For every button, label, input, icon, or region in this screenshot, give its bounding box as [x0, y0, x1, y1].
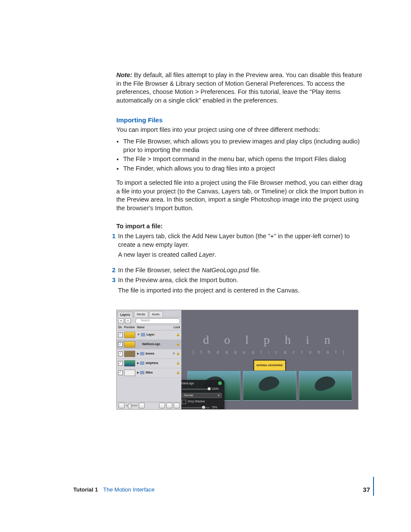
hud-blend-select[interactable]: Normal▾: [182, 393, 222, 398]
bullet-item: The File > Import command in the menu ba…: [123, 155, 364, 164]
layers-toolbar: + − Search: [117, 317, 181, 325]
layer-row[interactable]: ▶ dolphins 🔒: [117, 359, 181, 368]
layer-name: titles: [146, 370, 176, 374]
hud-opacity-slider[interactable]: [182, 389, 210, 390]
note-paragraph: Note: By default, all files attempt to p…: [116, 71, 364, 105]
chevron-right-icon[interactable]: ▶: [137, 370, 139, 374]
app-screenshot: Layers Media Audio + − Search On Preview…: [116, 310, 358, 410]
lock-icon[interactable]: 🔒: [176, 342, 180, 346]
hud-title-text: Image: NatGeoLogo: [181, 381, 194, 385]
lock-icon[interactable]: 🔒: [176, 370, 180, 374]
bottom-button[interactable]: [118, 403, 125, 408]
tab-layers[interactable]: Layers: [117, 311, 133, 317]
step-body: In the File Browser, select the NatGeoLo…: [118, 266, 364, 275]
hud-dropshadow-label: Drop Shadow: [188, 400, 205, 404]
step-number: 2: [108, 266, 118, 274]
footer-rule: [373, 477, 374, 496]
step-body: In the Preview area, click the Import bu…: [118, 277, 238, 283]
add-layer-button[interactable]: +: [118, 318, 124, 324]
layer-row[interactable]: ▶ boxes ✳ 🔒: [117, 349, 181, 359]
chevron-down-icon: ▾: [218, 393, 220, 398]
step-body: In the Layers tab, click the Add New Lay…: [118, 233, 350, 248]
bullet-item: The File Browser, which allows you to pr…: [123, 137, 364, 154]
steps-heading: To import a file:: [116, 222, 364, 231]
col-preview: Preview: [124, 326, 137, 330]
layer-name: Layer: [146, 333, 176, 336]
bottom-button[interactable]: [159, 403, 165, 408]
lock-icon[interactable]: 🔒: [176, 361, 180, 365]
dolphin-frame: [243, 370, 296, 401]
canvas-watermark: d o l p h i n [ t h e a q u a t i c a c …: [181, 332, 358, 355]
canvas-subtitle: [ t h e a q u a t i c a c r o b a t ]: [181, 349, 358, 355]
step-number: 1: [108, 232, 118, 240]
column-headers: On Preview Name Lock: [117, 325, 181, 330]
layer-checkbox[interactable]: [118, 370, 123, 375]
layer-checkbox[interactable]: [118, 333, 123, 337]
step-number: 3: [108, 276, 118, 284]
tab-audio[interactable]: Audio: [149, 311, 163, 317]
col-name: Name: [137, 326, 171, 330]
page-footer: Tutorial 1 The Motion Interface 37: [73, 485, 370, 494]
zoom-slider[interactable]: [126, 405, 137, 406]
chevron-right-icon[interactable]: ▶: [137, 352, 139, 355]
section-heading-importing: Importing Files: [116, 116, 364, 124]
footer-tutorial-label: Tutorial 1: [73, 486, 98, 494]
step-followup: A new layer is created called Layer.: [118, 251, 364, 259]
col-lock: Lock: [171, 326, 180, 330]
bottom-button[interactable]: [174, 403, 180, 408]
layer-name: boxes: [146, 352, 171, 355]
gear-icon[interactable]: ✳: [171, 352, 176, 356]
layers-panel: Layers Media Audio + − Search On Preview…: [117, 310, 181, 409]
hud-inspector[interactable]: × Image: NatGeoLogo i Opacity 100% Blend…: [181, 380, 224, 409]
folder-icon: [140, 371, 144, 374]
hud-opacity2-value: 75%: [212, 406, 222, 409]
lock-icon[interactable]: 🔒: [176, 352, 180, 355]
layer-row[interactable]: NatGeoLogo 🔒: [117, 340, 181, 349]
folder-icon: [140, 352, 144, 355]
importing-bullets: The File Browser, which allows you to pr…: [116, 137, 364, 173]
canvas[interactable]: d o l p h i n [ t h e a q u a t i c a c …: [181, 310, 358, 409]
note-body: By default, all files attempt to play in…: [116, 72, 362, 104]
importing-para2: To import a selected file into a project…: [116, 179, 364, 212]
layer-checkbox[interactable]: [118, 342, 123, 347]
canvas-title: d o l p h i n: [181, 332, 358, 348]
layer-checkbox[interactable]: [118, 352, 123, 356]
panel-bottom-bar: [117, 402, 181, 409]
layer-checkbox[interactable]: [118, 361, 123, 366]
layer-thumbnail: [124, 332, 135, 338]
layer-thumbnail: [124, 341, 135, 348]
layer-row[interactable]: ▶ titles 🔒: [117, 368, 181, 378]
importing-intro: You can import files into your project u…: [116, 126, 364, 134]
bottom-button[interactable]: [166, 403, 172, 408]
hud-opacity-value: 100%: [212, 387, 222, 391]
step-2: 2 In the File Browser, select the NatGeo…: [116, 266, 364, 275]
bullet-item: The Finder, which allows you to drag fil…: [123, 165, 364, 173]
chevron-down-icon[interactable]: ▼: [137, 333, 140, 336]
layer-thumbnail: [124, 370, 135, 376]
layer-name: NatGeoLogo: [142, 342, 176, 346]
layer-row[interactable]: ▼ Layer 🔒: [117, 330, 181, 340]
step-followup: The file is imported into the project an…: [118, 286, 364, 295]
hud-titlebar[interactable]: × Image: NatGeoLogo i: [181, 380, 224, 386]
natgeo-logo[interactable]: NATIONAL GEOGRAPHIC: [253, 360, 286, 372]
search-input[interactable]: Search: [135, 318, 180, 324]
chevron-right-icon[interactable]: ▶: [137, 361, 139, 365]
canvas-panel: d o l p h i n [ t h e a q u a t i c a c …: [181, 310, 358, 409]
layer-thumbnail: [124, 360, 135, 367]
layer-name: dolphins: [146, 361, 176, 365]
layer-thumbnail: [124, 351, 135, 357]
col-on: On: [118, 326, 124, 330]
lock-icon[interactable]: 🔒: [176, 333, 180, 336]
folder-icon: [140, 361, 144, 365]
step-1: 1 In the Layers tab, click the Add New L…: [116, 232, 364, 264]
tab-media[interactable]: Media: [134, 311, 148, 317]
bottom-button[interactable]: [139, 403, 145, 408]
panel-tabs: Layers Media Audio: [117, 310, 181, 317]
dolphin-frame: [299, 370, 352, 401]
folder-icon: [141, 333, 145, 336]
footer-title: The Motion Interface: [103, 486, 363, 494]
hud-dropshadow-check[interactable]: [182, 400, 186, 404]
hud-opacity2-slider[interactable]: [182, 407, 210, 408]
info-icon[interactable]: i: [218, 381, 222, 385]
remove-layer-button[interactable]: −: [125, 318, 131, 324]
